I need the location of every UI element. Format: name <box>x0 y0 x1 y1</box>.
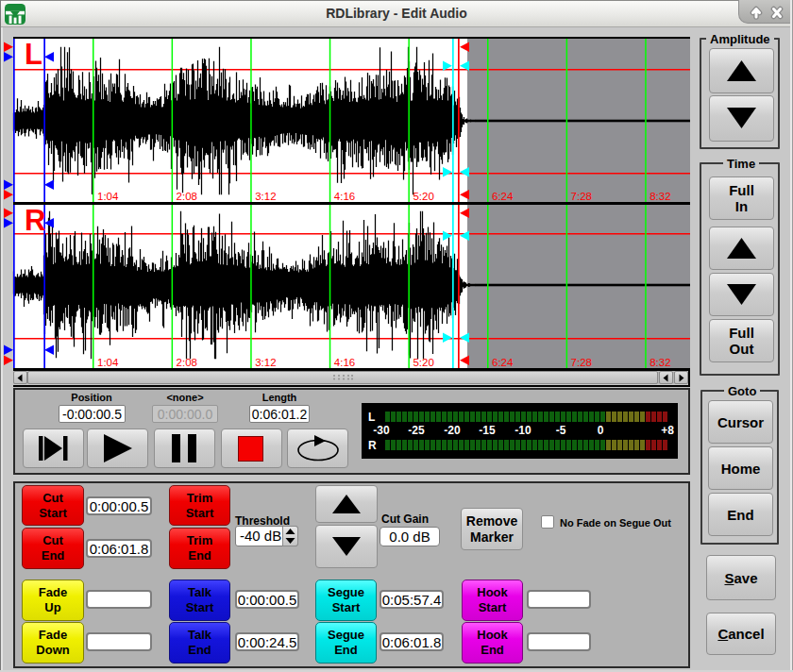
svg-text:2:08: 2:08 <box>177 191 197 202</box>
svg-text:6:24: 6:24 <box>492 357 514 368</box>
svg-text:1:04: 1:04 <box>97 357 119 368</box>
svg-text:5:20: 5:20 <box>413 191 433 202</box>
svg-text:1:04: 1:04 <box>97 191 119 202</box>
svg-text:4:16: 4:16 <box>334 357 355 368</box>
svg-text:4:16: 4:16 <box>334 191 355 202</box>
svg-text:6:24: 6:24 <box>492 191 514 202</box>
svg-text:3:12: 3:12 <box>255 191 276 202</box>
svg-text:2:08: 2:08 <box>177 357 197 368</box>
svg-text:8:32: 8:32 <box>650 357 670 368</box>
svg-text:8:32: 8:32 <box>650 191 670 202</box>
svg-text:3:12: 3:12 <box>255 357 276 368</box>
svg-text:7:28: 7:28 <box>571 191 592 202</box>
svg-text:5:20: 5:20 <box>413 357 433 368</box>
svg-text:7:28: 7:28 <box>571 357 592 368</box>
svg-text:L: L <box>25 39 42 71</box>
svg-text:R: R <box>25 204 45 237</box>
